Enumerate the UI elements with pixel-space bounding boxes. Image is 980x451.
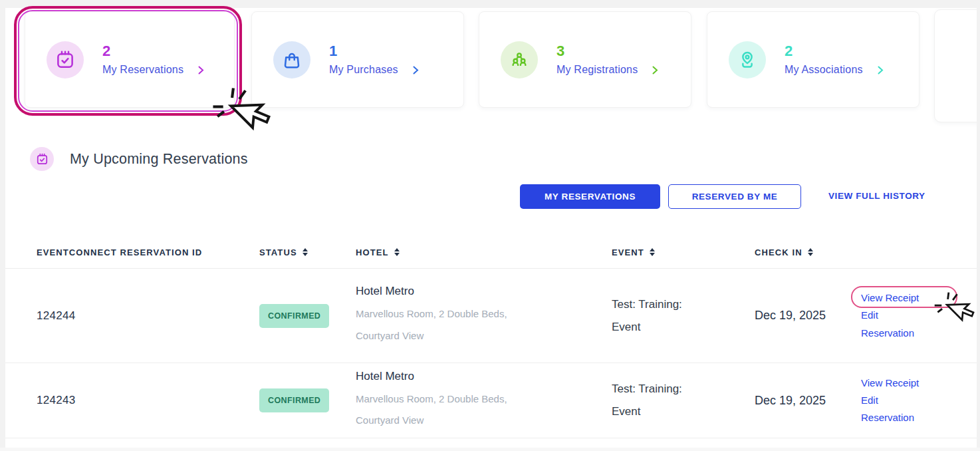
- my-reservations-button[interactable]: MY RESERVATIONS: [520, 184, 660, 209]
- status-badge: CONFIRMED: [259, 304, 329, 328]
- dashboard-page: 2 My Reservations 1 My Purchases: [0, 0, 980, 451]
- page-edge: [0, 0, 980, 8]
- col-header-event[interactable]: EVENT: [612, 247, 755, 257]
- card-my-purchases[interactable]: 1 My Purchases: [251, 11, 464, 108]
- table-row: 124243 CONFIRMED Hotel Metro Marvellous …: [0, 363, 980, 438]
- card-body: 2 My Associations: [785, 43, 884, 76]
- col-header-status[interactable]: STATUS: [259, 247, 356, 257]
- sort-arrows-icon[interactable]: [808, 248, 813, 256]
- chevron-right-icon: [198, 66, 204, 75]
- sort-arrows-icon[interactable]: [303, 248, 308, 256]
- col-header-check-in[interactable]: CHECK IN: [755, 247, 861, 257]
- col-header-reservation-id: EVENTCONNECT RESERVATION ID: [37, 247, 259, 257]
- card-my-reservations[interactable]: 2 My Reservations: [25, 11, 235, 108]
- card-body: 3 My Registrations: [556, 43, 658, 76]
- section-header: My Upcoming Reservations: [30, 147, 248, 171]
- hotel-details: Marvellous Room, 2 Double Beds, Courtyar…: [356, 388, 522, 432]
- chevron-right-icon: [878, 66, 884, 75]
- view-receipt-link[interactable]: View Receipt: [861, 375, 927, 392]
- registrations-count: 3: [556, 43, 658, 59]
- card-my-registrations[interactable]: 3 My Registrations: [479, 11, 691, 108]
- hotel-name: Hotel Metro: [356, 370, 612, 383]
- check-in-date: Dec 19, 2025: [755, 394, 861, 408]
- edit-reservation-link[interactable]: Edit Reservation: [861, 392, 927, 427]
- card-label: My Associations: [785, 64, 863, 76]
- edit-reservation-link[interactable]: Edit Reservation: [861, 307, 927, 342]
- card-label: My Registrations: [556, 64, 638, 76]
- page-edge: [977, 0, 980, 451]
- view-receipt-link[interactable]: View Receipt: [861, 289, 927, 307]
- page-edge: [0, 448, 980, 451]
- page-title: My Upcoming Reservations: [70, 151, 248, 168]
- card-body: 2 My Reservations: [102, 43, 204, 76]
- chevron-right-icon: [652, 66, 658, 75]
- actions-cell: View Receipt Edit Reservation: [861, 375, 927, 427]
- reservations-table: EVENTCONNECT RESERVATION ID STATUS HOTEL…: [0, 236, 980, 438]
- col-header-hotel[interactable]: HOTEL: [356, 247, 612, 257]
- table-header-row: EVENTCONNECT RESERVATION ID STATUS HOTEL…: [0, 236, 980, 269]
- hotel-name: Hotel Metro: [356, 285, 612, 298]
- reservations-count: 2: [102, 43, 204, 59]
- reservation-id: 124243: [37, 394, 259, 407]
- sort-arrows-icon[interactable]: [394, 248, 400, 256]
- card-body: 1 My Purchases: [329, 43, 419, 76]
- calendar-check-icon: [47, 41, 84, 78]
- hotel-details: Marvellous Room, 2 Double Beds, Courtyar…: [356, 303, 522, 347]
- reservation-id: 124244: [37, 309, 259, 323]
- hotel-cell: Hotel Metro Marvellous Room, 2 Double Be…: [356, 370, 612, 432]
- card-label: My Purchases: [329, 64, 398, 76]
- people-group-icon: [501, 41, 538, 78]
- event-name: Test: Training: Event: [612, 293, 698, 339]
- status-badge: CONFIRMED: [259, 388, 329, 412]
- chevron-right-icon: [413, 66, 419, 75]
- reserved-by-me-button[interactable]: RESERVED BY ME: [668, 184, 801, 209]
- card-label: My Reservations: [102, 64, 184, 76]
- page-edge: [0, 0, 5, 451]
- associations-count: 2: [785, 43, 884, 59]
- event-name: Test: Training: Event: [612, 378, 698, 423]
- purchases-count: 1: [329, 43, 419, 59]
- table-row: 124244 CONFIRMED Hotel Metro Marvellous …: [0, 269, 980, 363]
- location-pin-icon: [729, 41, 766, 78]
- calendar-check-icon: [30, 147, 54, 171]
- card-my-associations[interactable]: 2 My Associations: [707, 11, 919, 108]
- actions-cell: View Receipt Edit Reservation: [861, 289, 927, 342]
- shopping-bag-icon: [273, 41, 310, 78]
- sort-arrows-icon[interactable]: [650, 248, 655, 256]
- check-in-date: Dec 19, 2025: [755, 309, 861, 323]
- partial-card: [934, 9, 980, 122]
- view-full-history-link[interactable]: VIEW FULL HISTORY: [828, 191, 925, 201]
- hotel-cell: Hotel Metro Marvellous Room, 2 Double Be…: [356, 285, 612, 347]
